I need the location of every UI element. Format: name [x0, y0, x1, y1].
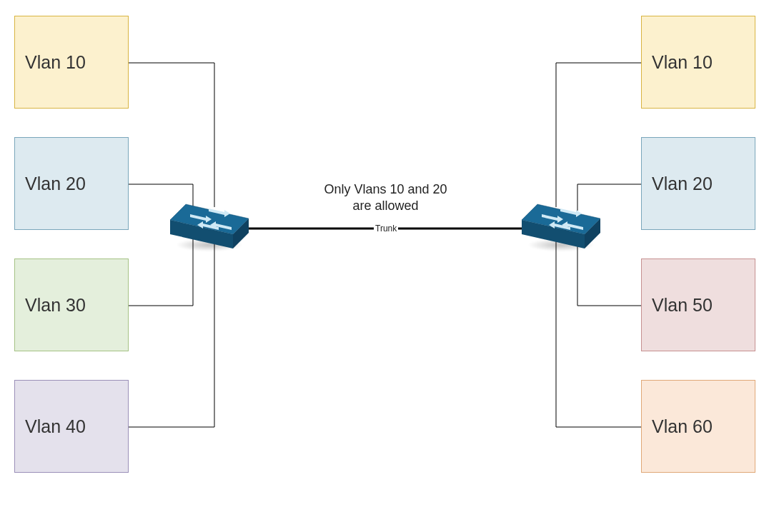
vlan-box-right-10: Vlan 10: [641, 16, 755, 109]
switch-right-icon: [522, 199, 600, 251]
vlan-label: Vlan 40: [25, 416, 86, 437]
switch-left-icon: [170, 199, 249, 251]
vlan-box-left-10: Vlan 10: [14, 16, 129, 109]
trunk-annotation-line1: Only Vlans 10 and 20: [324, 182, 447, 196]
vlan-box-left-40: Vlan 40: [14, 380, 129, 473]
vlan-box-left-20: Vlan 20: [14, 137, 129, 230]
vlan-box-right-20: Vlan 20: [641, 137, 755, 230]
vlan-label: Vlan 60: [652, 416, 713, 437]
vlan-label: Vlan 20: [652, 174, 713, 194]
vlan-label: Vlan 50: [652, 295, 713, 316]
vlan-label: Vlan 10: [652, 52, 713, 73]
vlan-label: Vlan 30: [25, 295, 86, 316]
trunk-label: Trunk: [374, 224, 398, 234]
vlan-label: Vlan 20: [25, 174, 86, 194]
vlan-box-left-30: Vlan 30: [14, 259, 129, 351]
vlan-box-right-50: Vlan 50: [641, 259, 755, 351]
trunk-annotation: Only Vlans 10 and 20 are allowed: [309, 181, 462, 214]
vlan-label: Vlan 10: [25, 52, 86, 73]
trunk-annotation-line2: are allowed: [352, 199, 418, 213]
vlan-box-right-60: Vlan 60: [641, 380, 755, 473]
